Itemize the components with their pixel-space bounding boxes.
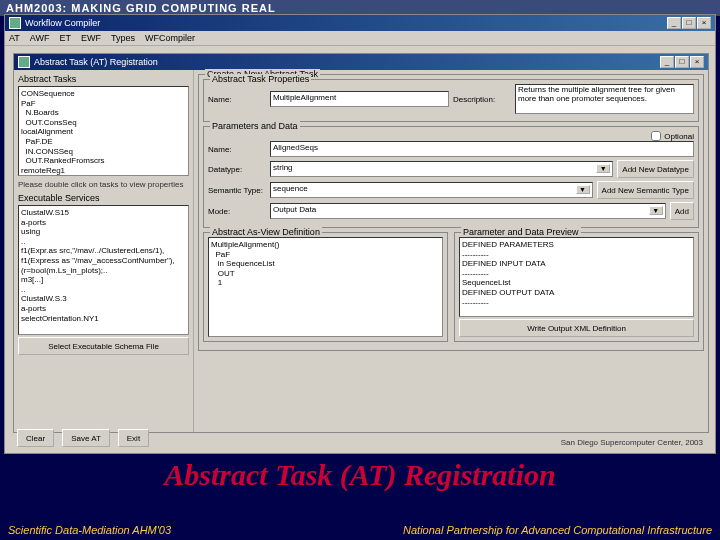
- menu-wfcompiler[interactable]: WFCompiler: [145, 33, 195, 43]
- footer-left: Scientific Data-Mediation AHM'03: [8, 524, 171, 536]
- close-button[interactable]: ×: [697, 17, 711, 29]
- app-icon: [9, 17, 21, 29]
- left-panel: Abstract Tasks CONSequence PaF N.Boards …: [14, 70, 194, 432]
- desc-label: Description:: [453, 95, 511, 104]
- credit-text: San Diego Supercomputer Center, 2003: [561, 438, 703, 447]
- dialog-title: Abstract Task (AT) Registration: [34, 57, 158, 67]
- save-button[interactable]: Save AT: [62, 429, 110, 447]
- executable-services-list[interactable]: ClustalW.S15 a-ports using .. f1(Expr.as…: [18, 205, 189, 335]
- mode-select[interactable]: Output Data: [270, 203, 666, 219]
- desc-input[interactable]: Returns the multiple alignment tree for …: [515, 84, 694, 114]
- name-input[interactable]: MultipleAlignment: [270, 91, 449, 107]
- name-label: Name:: [208, 95, 266, 104]
- app-titlebar: Workflow Compiler _ □ ×: [5, 15, 715, 31]
- param-name-label: Name:: [208, 145, 266, 154]
- slide-footer: Scientific Data-Mediation AHM'03 Nationa…: [0, 524, 720, 536]
- abstract-tasks-label: Abstract Tasks: [18, 74, 189, 84]
- select-schema-button[interactable]: Select Executable Schema File: [18, 337, 189, 355]
- new-task-group: Create a New Abstract Task Abstract Task…: [198, 74, 704, 351]
- optional-label: Optional: [664, 132, 694, 141]
- semtype-select[interactable]: sequence: [270, 182, 593, 198]
- dialog-window: Abstract Task (AT) Registration _ □ × Ab…: [13, 53, 709, 433]
- asview-text[interactable]: MultipleAlignment() PaF in SequenceList …: [208, 237, 443, 337]
- datatype-label: Datatype:: [208, 165, 266, 174]
- app-title: Workflow Compiler: [25, 18, 100, 28]
- add-semtype-button[interactable]: Add New Semantic Type: [597, 181, 694, 199]
- write-xml-button[interactable]: Write Output XML Definition: [459, 319, 694, 337]
- dialog-icon: [18, 56, 30, 68]
- abstract-tasks-list[interactable]: CONSequence PaF N.Boards OUT.ConsSeq loc…: [18, 86, 189, 176]
- footer-buttons: Clear Save AT Exit: [17, 429, 149, 447]
- datatype-select[interactable]: string: [270, 161, 613, 177]
- tasks-hint: Please double click on tasks to view pro…: [18, 180, 189, 189]
- dialog-minimize-button[interactable]: _: [660, 56, 674, 68]
- footer-right: National Partnership for Advanced Comput…: [403, 524, 712, 536]
- menu-awf[interactable]: AWF: [30, 33, 50, 43]
- right-panel: Create a New Abstract Task Abstract Task…: [194, 70, 708, 432]
- preview-text: DEFINED PARAMETERS ---------- DEFINED IN…: [459, 237, 694, 317]
- menu-et[interactable]: ET: [60, 33, 72, 43]
- maximize-button[interactable]: □: [682, 17, 696, 29]
- optional-checkbox[interactable]: [651, 131, 661, 141]
- menubar: AT AWF ET EWF Types WFCompiler: [5, 31, 715, 46]
- clear-button[interactable]: Clear: [17, 429, 54, 447]
- exit-button[interactable]: Exit: [118, 429, 149, 447]
- slide-title: Abstract Task (AT) Registration: [0, 458, 720, 492]
- menu-types[interactable]: Types: [111, 33, 135, 43]
- executable-services-label: Executable Services: [18, 193, 189, 203]
- dialog-maximize-button[interactable]: □: [675, 56, 689, 68]
- add-button[interactable]: Add: [670, 202, 694, 220]
- app-window: Workflow Compiler _ □ × AT AWF ET EWF Ty…: [4, 14, 716, 454]
- mode-label: Mode:: [208, 207, 266, 216]
- dialog-titlebar: Abstract Task (AT) Registration _ □ ×: [14, 54, 708, 70]
- menu-at[interactable]: AT: [9, 33, 20, 43]
- menu-ewf[interactable]: EWF: [81, 33, 101, 43]
- param-name-input[interactable]: AlignedSeqs: [270, 141, 694, 157]
- dialog-close-button[interactable]: ×: [690, 56, 704, 68]
- add-datatype-button[interactable]: Add New Datatype: [617, 160, 694, 178]
- semtype-label: Semantic Type:: [208, 186, 266, 195]
- minimize-button[interactable]: _: [667, 17, 681, 29]
